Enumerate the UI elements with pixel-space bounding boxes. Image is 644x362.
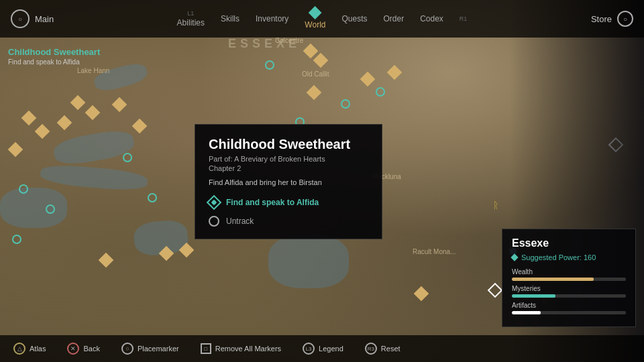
placemarker-button[interactable]: ○ Placemarker <box>121 343 179 355</box>
reset-label: Reset <box>381 345 400 353</box>
bottom-bar: △ Atlas ✕ Back ○ Placemarker □ Remove Al… <box>0 335 644 362</box>
wealth-marker <box>313 53 329 68</box>
nav-codex[interactable]: Codex <box>420 14 443 23</box>
mystery-marker <box>265 60 274 70</box>
wealth-marker <box>307 85 322 101</box>
mysteries-stat: Mysteries <box>512 285 626 298</box>
wealth-marker <box>21 111 37 126</box>
inventory-label: Inventory <box>256 14 288 23</box>
quest-active-step[interactable]: Find and speak to Alfida <box>209 197 368 208</box>
quest-step-label: Find and speak to Alfida <box>226 198 319 207</box>
sync-point <box>608 137 624 153</box>
nav-abilities[interactable]: L1 Abilities <box>177 10 205 27</box>
wealth-marker <box>360 72 376 87</box>
region-panel: Essexe Suggested Power: 160 Wealth Myste… <box>502 229 636 327</box>
quest-title: Childhood Sweetheart <box>209 137 368 152</box>
back-button[interactable]: ✕ Back <box>67 343 99 355</box>
wealth-marker <box>303 44 319 59</box>
store-icon: ○ <box>617 11 633 27</box>
nav-skills[interactable]: Skills <box>221 14 239 23</box>
untrack-button[interactable]: Untrack <box>209 216 368 227</box>
water-body <box>92 60 149 94</box>
mystery-marker <box>148 193 157 202</box>
atlas-icon: △ <box>13 343 25 355</box>
back-label: Back <box>83 345 99 353</box>
map-background: Essexe Colcestre Old Callit Mackluna Lak… <box>0 0 644 362</box>
nav-world[interactable]: World <box>305 8 325 29</box>
wealth-bar-fill <box>512 278 594 281</box>
location-racult: Racult Mona... <box>413 248 455 255</box>
region-label: Essexe <box>228 37 301 51</box>
quests-label: Quests <box>341 14 367 23</box>
reset-icon: R3 <box>365 343 377 355</box>
region-power: Suggested Power: 160 <box>512 253 626 261</box>
top-navigation: ○ Main L1 Abilities Skills Inventory Wor… <box>0 0 644 38</box>
untrack-icon <box>209 216 219 227</box>
mysteries-bar-fill <box>512 294 555 298</box>
mysteries-bar-bg <box>512 294 626 298</box>
mystery-marker <box>341 99 350 109</box>
skills-label: Skills <box>221 14 239 23</box>
rune-marker: ᚱ <box>493 200 498 210</box>
location-oldcallit: Old Callit <box>302 70 329 78</box>
quest-side-subtitle: Find and speak to Alfida <box>8 58 100 66</box>
wealth-label: Wealth <box>512 268 626 276</box>
sync-point <box>488 283 503 298</box>
nav-order[interactable]: Order <box>383 14 404 23</box>
artifacts-stat: Artifacts <box>512 302 626 314</box>
nav-inventory[interactable]: Inventory <box>256 14 288 23</box>
wealth-marker <box>99 253 114 268</box>
abilities-label: Abilities <box>177 18 205 27</box>
water-body <box>40 163 148 192</box>
wealth-marker <box>132 119 148 134</box>
quest-side-panel: Childhood Sweetheart Find and speak to A… <box>8 47 100 66</box>
nav-quests[interactable]: Quests <box>341 14 367 23</box>
wealth-stat: Wealth <box>512 268 626 281</box>
mystery-marker <box>12 235 21 244</box>
nav-r1: R1 <box>460 15 468 22</box>
quest-popup: Childhood Sweetheart Part of: A Breviary… <box>195 124 382 239</box>
nav-right[interactable]: Store ○ <box>591 11 633 27</box>
world-active-icon <box>309 6 322 19</box>
artifacts-bar-bg <box>512 311 626 314</box>
water-body <box>268 235 349 288</box>
water-body <box>52 127 136 168</box>
region-power-text: Suggested Power: 160 <box>521 253 596 261</box>
wealth-marker <box>35 124 50 139</box>
back-icon: ✕ <box>67 343 79 355</box>
atlas-button[interactable]: △ Atlas <box>13 343 46 355</box>
wealth-marker <box>57 115 72 131</box>
atlas-label: Atlas <box>30 345 46 353</box>
wealth-marker <box>8 142 23 158</box>
power-icon <box>511 253 518 261</box>
legend-label: Legend <box>319 345 343 353</box>
wealth-marker <box>387 65 402 80</box>
codex-label: Codex <box>420 14 443 23</box>
quest-side-title: Childhood Sweetheart <box>8 47 100 57</box>
abilities-hint: L1 <box>187 10 194 17</box>
quest-description: Find Alfida and bring her to Birstan <box>209 178 368 188</box>
nav-left[interactable]: ○ Main <box>11 9 54 28</box>
untrack-label: Untrack <box>226 217 254 226</box>
wealth-marker <box>414 286 429 302</box>
placemarker-icon: ○ <box>121 343 133 355</box>
wealth-marker <box>70 95 86 111</box>
artifacts-bar-fill <box>512 311 541 314</box>
wealth-marker <box>85 105 101 121</box>
legend-button[interactable]: L3 Legend <box>303 343 343 355</box>
mystery-marker <box>376 87 385 97</box>
store-label: Store <box>591 14 612 24</box>
main-label: Main <box>35 14 54 24</box>
wealth-bar-bg <box>512 278 626 281</box>
legend-icon: L3 <box>303 343 315 355</box>
artifacts-label: Artifacts <box>512 302 626 309</box>
quest-chapter: Chapter 2 <box>209 164 368 172</box>
remove-all-label: Remove All Markers <box>215 345 281 353</box>
world-label: World <box>305 20 325 29</box>
placemarker-label: Placemarker <box>138 345 179 353</box>
nav-center: L1 Abilities Skills Inventory World Ques… <box>177 8 468 29</box>
water-body <box>133 219 189 257</box>
remove-all-button[interactable]: □ Remove All Markers <box>201 343 281 354</box>
water-body <box>0 188 67 228</box>
reset-button[interactable]: R3 Reset <box>365 343 400 355</box>
